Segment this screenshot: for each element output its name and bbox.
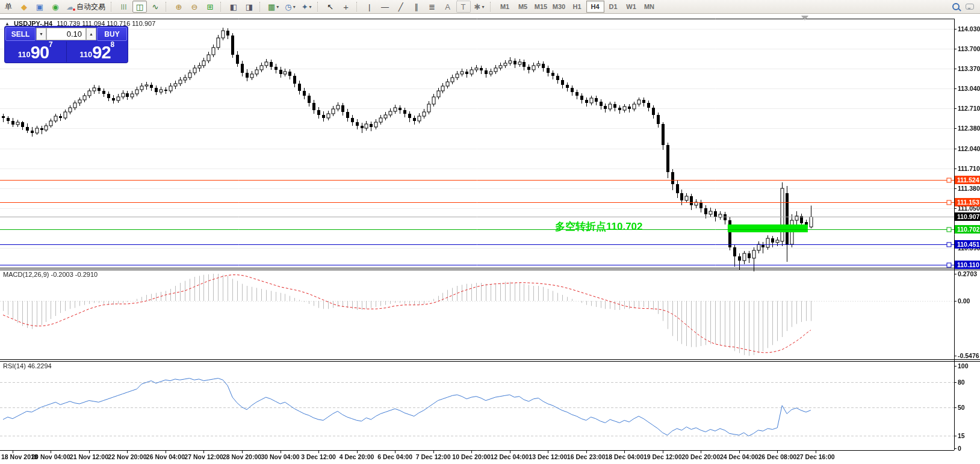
chat-icon[interactable] (966, 4, 974, 10)
buy-price-pip: 8 (111, 40, 115, 49)
price-badge-111.524: 111.524 (955, 176, 980, 184)
text-label-icon[interactable]: T (456, 1, 471, 13)
time-tick-label: 3 Dec 12:00 (301, 453, 336, 460)
vertical-line-icon[interactable]: | (362, 1, 377, 13)
buy-price-big: 92 (92, 45, 110, 60)
timeframe-M30[interactable]: M30 (550, 1, 568, 13)
toolbar: 单 ◆ ▣ ◉ ☁ 自动交易 ||| ◫ ∿ ⊕ ⊖ ⊞ ◧ ◨ ▦▾ ◷▾ ✦… (0, 0, 980, 14)
time-tick-label: 28 Nov 20:00 (223, 453, 261, 460)
timeframe-H1[interactable]: H1 (568, 1, 586, 13)
metaeditor-icon[interactable]: ◆ (17, 1, 31, 13)
zoom-out-icon[interactable]: ⊖ (187, 1, 202, 13)
sell-button[interactable]: SELL (5, 27, 36, 41)
current-price-badge: 110.907 (955, 212, 980, 221)
one-click-trading-panel: SELL ▼ ▲ BUY 110 90 7 110 92 8 (5, 26, 128, 63)
sell-price-prefix: 110 (18, 50, 31, 59)
time-tick-label: 12 Dec 04:00 (491, 453, 529, 460)
signals-icon[interactable]: ◉ (48, 1, 63, 13)
line-chart-icon[interactable]: ∿ (148, 1, 163, 13)
profiles-button[interactable]: ◷▾ (282, 1, 297, 13)
arrange-charts-alt-icon[interactable]: ◨ (242, 1, 256, 13)
indicators-button[interactable]: ✦▾ (299, 1, 314, 13)
price-badge-110.451: 110.451 (955, 240, 980, 249)
cursor-icon[interactable]: ↖ (323, 1, 338, 13)
macd-tick-label: 0.2703 (958, 270, 977, 277)
timeframe-W1[interactable]: W1 (622, 1, 640, 13)
price-tick-label: 111.710 (958, 165, 980, 172)
trendline-icon[interactable]: ╱ (394, 1, 408, 13)
bar-chart-icon[interactable]: ||| (117, 1, 131, 13)
price-tick-label: 112.710 (958, 105, 980, 112)
timeframe-D1[interactable]: D1 (604, 1, 622, 13)
tile-windows-icon[interactable]: ⊞ (203, 1, 217, 13)
chart-canvas[interactable] (0, 0, 980, 464)
macd-tick-label: -0.5476 (958, 352, 979, 359)
lot-decrease-button[interactable]: ▼ (36, 28, 46, 40)
time-tick-label: 7 Dec 12:00 (416, 453, 451, 460)
search-icon[interactable] (952, 3, 960, 10)
time-tick-label: 27 Dec 16:00 (796, 453, 835, 460)
timeframe-MN[interactable]: MN (640, 1, 659, 13)
lot-increase-button[interactable]: ▲ (86, 28, 96, 40)
rsi-indicator-label: RSI(14) 46.2294 (3, 362, 52, 370)
crosshair-icon[interactable]: + (339, 1, 353, 13)
time-tick-label: 27 Nov 12:00 (184, 453, 223, 460)
rsi-tick-label: 50 (958, 404, 965, 411)
rsi-tick-label: 100 (958, 362, 969, 370)
rsi-tick-label: 80 (958, 379, 965, 386)
sell-price[interactable]: 110 90 7 (5, 42, 67, 62)
price-badge-111.153: 111.153 (955, 198, 980, 206)
pivot-annotation[interactable]: 多空转折点110.702 (555, 220, 643, 234)
sell-price-pip: 7 (49, 40, 53, 49)
one-click-collapse-icon[interactable]: ▲ (5, 21, 10, 26)
chart-shift-marker[interactable] (801, 16, 808, 20)
terminal-icon[interactable]: ▣ (33, 1, 47, 13)
fibonacci-icon[interactable]: ≣ (425, 1, 439, 13)
time-tick-label: 24 Dec 04:00 (720, 453, 758, 460)
timeframe-group: M1M5M15M30H1H4D1W1MN (496, 1, 659, 13)
timeframe-M1[interactable]: M1 (496, 1, 514, 13)
buy-button[interactable]: BUY (97, 27, 127, 41)
rsi-tick-label: 0 (958, 445, 961, 452)
time-tick-label: 20 Dec 20:00 (681, 453, 720, 460)
price-tick-label: 113.040 (958, 85, 980, 92)
lot-size-input[interactable] (46, 28, 86, 40)
price-tick-label: 114.030 (958, 25, 980, 32)
arrows-tool-button[interactable]: ✱▾ (472, 1, 487, 13)
candlestick-chart-icon[interactable]: ◫ (132, 1, 147, 13)
toolbar-separator (220, 2, 223, 11)
time-tick-label: 26 Nov 04:00 (146, 453, 185, 460)
rsi-tick-label: 15 (958, 432, 965, 439)
new-chart-button[interactable]: ▦▾ (265, 1, 281, 13)
time-tick-label: 30 Nov 04:00 (261, 453, 299, 460)
text-tool-icon[interactable]: A (441, 1, 455, 13)
toolbar-separator (166, 2, 169, 11)
toolbar-separator (259, 2, 262, 11)
buy-price[interactable]: 110 92 8 (67, 42, 128, 62)
time-tick-label: 26 Dec 08:00 (758, 453, 796, 460)
buy-price-prefix: 110 (79, 50, 92, 59)
time-tick-label: 18 Dec 04:00 (605, 453, 644, 460)
channel-icon[interactable]: ∥ (409, 1, 424, 13)
timeframe-M5[interactable]: M5 (514, 1, 532, 13)
zoom-in-icon[interactable]: ⊕ (172, 1, 186, 13)
timeframe-M15[interactable]: M15 (532, 1, 550, 13)
new-order-button[interactable]: 单 (1, 1, 16, 13)
autotrading-icon: ☁ (66, 2, 74, 11)
timeframe-H4[interactable]: H4 (586, 1, 604, 13)
macd-indicator-label: MACD(12,26,9) -0.2003 -0.2910 (3, 271, 98, 278)
time-tick-label: 13 Dec 12:00 (529, 453, 567, 460)
time-tick-label: 16 Dec 23:00 (567, 453, 606, 460)
horizontal-line-icon[interactable]: — (378, 1, 392, 13)
price-badge-110.702: 110.702 (955, 225, 980, 234)
time-tick-label: 6 Dec 04:00 (377, 453, 412, 460)
time-tick-label: 10 Dec 20:00 (452, 453, 491, 460)
autotrading-button[interactable]: ☁ 自动交易 (64, 1, 108, 13)
macd-tick-label: 0.00 (958, 297, 970, 305)
time-tick-label: 20 Nov 04:00 (31, 453, 70, 460)
toolbar-separator (111, 2, 114, 11)
arrange-charts-icon[interactable]: ◧ (226, 1, 241, 13)
price-badge-110.110: 110.110 (955, 261, 980, 269)
price-tick-label: 112.040 (958, 145, 980, 152)
time-tick-label: 4 Dec 20:00 (340, 453, 374, 460)
